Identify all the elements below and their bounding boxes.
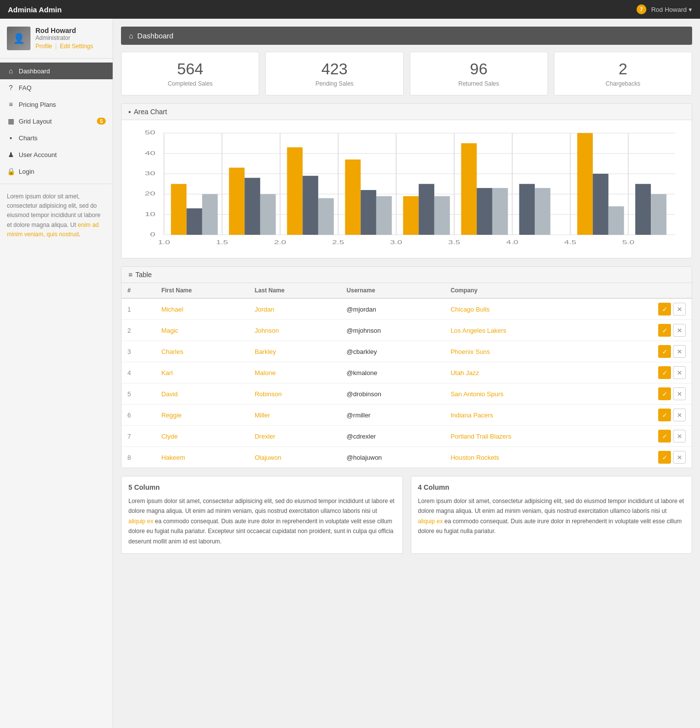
svg-text:30: 30 <box>145 170 155 176</box>
cell-first-1: Magic <box>155 320 249 341</box>
x-button-0[interactable]: ✕ <box>673 303 686 316</box>
svg-rect-33 <box>229 168 245 235</box>
sidebar-link[interactable]: enim ad minim veniam, quis nostrud <box>7 222 99 238</box>
useraccount-icon: ♟ <box>7 151 15 158</box>
sidebar-label-dashboard: Dashboard <box>19 67 106 75</box>
cell-actions-1: ✓ ✕ <box>605 320 692 341</box>
cell-first-3: Karl <box>155 362 249 383</box>
svg-rect-38 <box>318 198 334 235</box>
dashboard-icon: ⌂ <box>7 67 15 75</box>
svg-rect-37 <box>303 176 318 235</box>
check-button-3[interactable]: ✓ <box>658 366 671 379</box>
stat-card-3: 2 Chargebacks <box>554 52 692 95</box>
cell-company-2: Phoenix Suns <box>445 341 605 362</box>
chart-area: 0 10 20 30 40 50 1. <box>122 120 692 258</box>
check-button-0[interactable]: ✓ <box>658 303 671 316</box>
x-button-2[interactable]: ✕ <box>673 345 686 358</box>
cell-num-2: 3 <box>122 341 155 362</box>
x-button-6[interactable]: ✕ <box>673 430 686 443</box>
svg-text:2.0: 2.0 <box>274 239 286 245</box>
x-button-3[interactable]: ✕ <box>673 366 686 379</box>
check-button-5[interactable]: ✓ <box>658 409 671 421</box>
cell-first-6: Clyde <box>155 426 249 447</box>
table-title: Table <box>135 271 152 279</box>
check-button-6[interactable]: ✓ <box>658 430 671 443</box>
stat-label-1: Pending Sales <box>272 80 397 87</box>
table-icon: ≡ <box>128 271 132 279</box>
user-dropdown[interactable]: Rod Howard <box>651 6 692 13</box>
sidebar-item-dashboard[interactable]: ⌂ Dashboard <box>0 63 113 79</box>
sidebar-item-useraccount[interactable]: ♟ User Account <box>0 146 113 163</box>
sidebar-item-charts[interactable]: ▪ Charts <box>0 129 113 146</box>
notification-badge[interactable]: 7 <box>637 4 646 14</box>
cell-username-6: @cdrexler <box>341 426 445 447</box>
svg-text:40: 40 <box>145 150 155 156</box>
x-button-1[interactable]: ✕ <box>673 324 686 337</box>
cell-num-3: 4 <box>122 362 155 383</box>
table-header-row: # First Name Last Name Username Company <box>122 283 692 298</box>
svg-rect-35 <box>260 194 276 235</box>
sidebar-label-grid: Grid Layout <box>19 118 93 125</box>
check-button-4[interactable]: ✓ <box>658 387 671 400</box>
table-row: 7 Clyde Drexler @cdrexler Portland Trail… <box>122 426 692 447</box>
five-col-link[interactable]: aliquip ex <box>128 518 153 525</box>
cell-username-3: @kmalone <box>341 362 445 383</box>
sidebar-description: Lorem ipsum dolor sit amet, consectetur … <box>0 184 113 247</box>
user-name-label: Rod Howard <box>651 6 687 13</box>
cell-last-4: Robinson <box>249 383 341 405</box>
x-button-7[interactable]: ✕ <box>673 451 686 464</box>
sidebar-label-login: Login <box>19 168 106 175</box>
nav-items: ⌂ Dashboard ? FAQ ≡ Pricing Plans ▦ Grid… <box>0 63 113 180</box>
cell-username-7: @holajuwon <box>341 447 445 468</box>
faq-icon: ? <box>7 84 15 92</box>
svg-text:3.0: 3.0 <box>390 239 402 245</box>
col-actions <box>605 283 692 298</box>
svg-rect-40 <box>361 190 376 235</box>
profile-link[interactable]: Profile <box>35 43 52 50</box>
dashboard-title: Dashboard <box>137 32 173 40</box>
cell-first-0: Michael <box>155 298 249 320</box>
login-icon: 🔒 <box>7 167 15 175</box>
five-column-card: 5 Column Lorem ipsum dolor sit amet, con… <box>121 476 403 554</box>
stats-row: 564 Completed Sales 423 Pending Sales 96… <box>121 52 692 95</box>
cell-num-6: 7 <box>122 426 155 447</box>
edit-settings-link[interactable]: Edit Settings <box>60 43 93 50</box>
cell-company-4: San Antonio Spurs <box>445 383 605 405</box>
cell-last-7: Olajuwon <box>249 447 341 468</box>
svg-text:20: 20 <box>145 190 155 196</box>
svg-rect-41 <box>376 196 392 235</box>
sidebar: 👤 Rod Howard Administrator Profile | Edi… <box>0 19 113 728</box>
cell-actions-0: ✓ ✕ <box>605 298 692 320</box>
svg-text:0: 0 <box>150 231 155 237</box>
cell-first-7: Hakeem <box>155 447 249 468</box>
col-lastname: Last Name <box>249 283 341 298</box>
sidebar-label-faq: FAQ <box>19 84 106 92</box>
stat-number-3: 2 <box>560 60 686 78</box>
svg-text:1.0: 1.0 <box>158 239 170 245</box>
cell-num-7: 8 <box>122 447 155 468</box>
user-role: Administrator <box>35 34 93 41</box>
sidebar-item-login[interactable]: 🔒 Login <box>0 163 113 180</box>
cell-company-1: Los Angeles Lakers <box>445 320 605 341</box>
svg-rect-45 <box>461 143 477 235</box>
check-button-7[interactable]: ✓ <box>658 451 671 464</box>
sidebar-item-pricing[interactable]: ≡ Pricing Plans <box>0 96 113 113</box>
svg-text:4.0: 4.0 <box>506 239 518 245</box>
chart-header: ▪ Area Chart <box>122 104 692 120</box>
svg-text:5.0: 5.0 <box>622 239 634 245</box>
cell-actions-5: ✓ ✕ <box>605 405 692 426</box>
sidebar-label-charts: Charts <box>19 134 106 142</box>
x-button-4[interactable]: ✕ <box>673 387 686 400</box>
four-col-link[interactable]: aliquip ex <box>418 518 443 525</box>
check-button-2[interactable]: ✓ <box>658 345 671 358</box>
stat-card-2: 96 Returned Sales <box>410 52 548 95</box>
sidebar-item-grid[interactable]: ▦ Grid Layout 5 <box>0 113 113 129</box>
sidebar-item-faq[interactable]: ? FAQ <box>0 79 113 96</box>
check-button-1[interactable]: ✓ <box>658 324 671 337</box>
stat-label-0: Completed Sales <box>127 80 253 87</box>
svg-rect-36 <box>287 147 303 235</box>
col-username: Username <box>341 283 445 298</box>
x-button-5[interactable]: ✕ <box>673 409 686 421</box>
cell-actions-7: ✓ ✕ <box>605 447 692 468</box>
cell-num-0: 1 <box>122 298 155 320</box>
